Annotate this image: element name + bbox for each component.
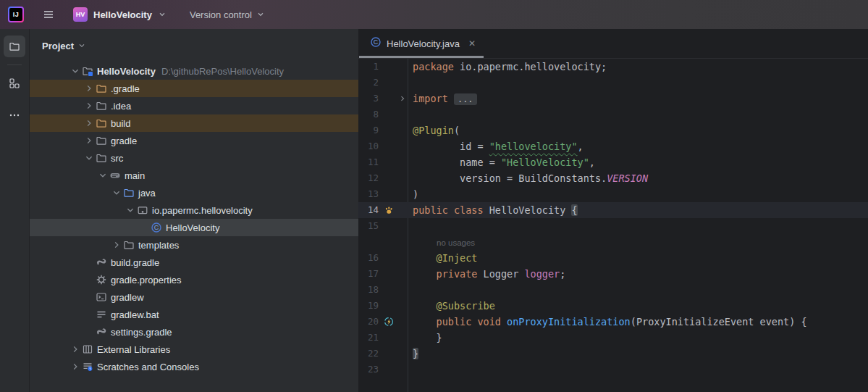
code-line-17[interactable]: 17 private Logger logger; bbox=[358, 266, 868, 282]
code-text[interactable]: name = "HelloVelocity", bbox=[408, 154, 595, 170]
tree-item-gradle[interactable]: .gradle bbox=[30, 80, 358, 97]
fold-chevron-icon[interactable] bbox=[397, 91, 408, 107]
tool-structure-button[interactable] bbox=[4, 72, 25, 94]
tree-item-label: gradle bbox=[111, 135, 137, 146]
fold-spacer bbox=[397, 218, 408, 234]
code-line-12[interactable]: 12 version = BuildConstants.VERSION bbox=[358, 170, 868, 186]
fold-spacer bbox=[397, 282, 408, 298]
tree-item-gradle[interactable]: gradle bbox=[30, 132, 358, 149]
code-line-18[interactable]: 18 bbox=[358, 282, 868, 298]
chevron-right-icon[interactable] bbox=[82, 83, 96, 94]
chevron-down-icon[interactable] bbox=[82, 152, 96, 164]
code-line-20[interactable]: 20 public void onProxyInitialization(Pro… bbox=[358, 314, 868, 330]
code-line-1[interactable]: 1package io.papermc.hellovelocity; bbox=[358, 59, 868, 75]
line-number: 2 bbox=[358, 75, 379, 91]
line-number: 3 bbox=[358, 91, 379, 107]
tree-item-label: gradlew.bat bbox=[111, 309, 159, 320]
code-text[interactable] bbox=[408, 107, 413, 122]
code-text[interactable]: public void onProxyInitialization(ProxyI… bbox=[408, 314, 807, 330]
line-number: 13 bbox=[358, 186, 379, 202]
code-text[interactable]: ) bbox=[408, 186, 418, 202]
vcs-label: Version control bbox=[190, 9, 252, 20]
code-text[interactable]: version = BuildConstants.VERSION bbox=[408, 170, 648, 186]
tree-item-gradle-properties[interactable]: gradle.properties bbox=[30, 271, 358, 288]
code-text[interactable]: private Logger logger; bbox=[408, 266, 565, 282]
code-line-9[interactable]: 9@Plugin( bbox=[358, 122, 868, 138]
tree-item-external-libraries[interactable]: External Libraries bbox=[30, 341, 358, 358]
tool-project-button[interactable] bbox=[4, 36, 25, 57]
tree-item-io-papermc-hellovelocity[interactable]: io.papermc.hellovelocity bbox=[30, 201, 358, 219]
code-text[interactable] bbox=[408, 75, 413, 91]
code-line-13[interactable]: 13) bbox=[358, 186, 868, 202]
chevron-right-icon[interactable] bbox=[68, 361, 82, 372]
tree-item-src[interactable]: src bbox=[30, 149, 358, 167]
code-text[interactable]: } bbox=[408, 346, 418, 362]
code-area[interactable]: 1package io.papermc.hellovelocity;23impo… bbox=[358, 59, 868, 392]
code-text[interactable]: @Inject bbox=[408, 250, 477, 266]
chevron-down-icon bbox=[256, 10, 265, 19]
hamburger-menu-button[interactable] bbox=[41, 7, 56, 22]
code-line-16[interactable]: 16 @Inject bbox=[358, 250, 868, 266]
tree-item-gradlew-bat[interactable]: gradlew.bat bbox=[30, 306, 358, 323]
code-line-14[interactable]: 14public class HelloVelocity { bbox=[358, 202, 868, 218]
project-switcher[interactable]: HV HelloVelocity bbox=[73, 7, 167, 22]
chevron-spacer bbox=[82, 326, 96, 338]
code-line-19[interactable]: 19 @Subscribe bbox=[358, 298, 868, 314]
tree-item-gradlew[interactable]: gradlew bbox=[30, 288, 358, 306]
plugin-gutter-icon[interactable] bbox=[380, 202, 397, 218]
gutter-spacer bbox=[380, 91, 397, 107]
code-line-11[interactable]: 11 name = "HelloVelocity", bbox=[358, 154, 868, 170]
tree-item-build[interactable]: build bbox=[30, 114, 358, 132]
code-line-21[interactable]: 21 } bbox=[358, 330, 868, 346]
tree-item-main[interactable]: main bbox=[30, 167, 358, 184]
code-line-3[interactable]: 3import ... bbox=[358, 91, 868, 107]
vcs-widget[interactable]: Version control bbox=[190, 9, 265, 20]
code-line-10[interactable]: 10 id = "hellovelocity", bbox=[358, 138, 868, 154]
chevron-down-icon[interactable] bbox=[109, 187, 123, 199]
gradle-icon bbox=[96, 257, 109, 268]
chevron-right-icon[interactable] bbox=[68, 343, 82, 355]
chevron-right-icon[interactable] bbox=[82, 100, 96, 112]
tree-item-scratches-and-consoles[interactable]: Scratches and Consoles bbox=[30, 358, 358, 375]
chevron-right-icon[interactable] bbox=[109, 239, 123, 251]
gutter-spacer bbox=[380, 330, 397, 346]
chevron-down-icon[interactable] bbox=[68, 65, 82, 77]
tab-close-icon[interactable]: ✕ bbox=[468, 38, 476, 49]
code-text[interactable]: public class HelloVelocity { bbox=[408, 202, 578, 218]
code-text[interactable]: import ... bbox=[408, 91, 477, 107]
code-text[interactable]: no usages bbox=[408, 234, 475, 250]
code-text[interactable]: package io.papermc.hellovelocity; bbox=[408, 59, 607, 75]
gradle-icon bbox=[96, 326, 109, 338]
tree-item-java[interactable]: java bbox=[30, 184, 358, 201]
code-line-22[interactable]: 22} bbox=[358, 346, 868, 362]
code-text[interactable] bbox=[408, 282, 413, 298]
tree-item-settings-gradle[interactable]: settings.gradle bbox=[30, 323, 358, 341]
tree-item-idea[interactable]: .idea bbox=[30, 97, 358, 114]
code-line-15[interactable]: 15 bbox=[358, 218, 868, 234]
project-panel-header[interactable]: Project bbox=[30, 29, 358, 62]
tree-item-hellovelocity[interactable]: HelloVelocityD:\githubRePos\HelloVelocit… bbox=[30, 62, 358, 80]
code-text[interactable]: @Plugin( bbox=[408, 122, 460, 138]
gutter-spacer bbox=[380, 266, 397, 282]
chevron-down-icon[interactable] bbox=[123, 204, 137, 216]
chevron-right-icon[interactable] bbox=[82, 135, 96, 146]
tree-item-templates[interactable]: templates bbox=[30, 236, 358, 254]
event-gutter-icon[interactable] bbox=[380, 314, 397, 330]
code-text[interactable]: @Subscribe bbox=[408, 298, 495, 314]
tool-more-button[interactable] bbox=[4, 104, 25, 126]
inlay-hint-row[interactable]: no usages bbox=[358, 234, 868, 250]
editor-tab[interactable]: C HelloVelocity.java ✕ bbox=[358, 29, 484, 58]
tree-item-build-gradle[interactable]: build.gradle bbox=[30, 254, 358, 271]
chevron-right-icon[interactable] bbox=[82, 117, 96, 129]
code-text[interactable]: } bbox=[408, 330, 442, 346]
code-text[interactable]: id = "hellovelocity", bbox=[408, 138, 583, 154]
code-line-23[interactable]: 23 bbox=[358, 362, 868, 378]
code-text[interactable] bbox=[408, 218, 413, 234]
structure-icon bbox=[9, 78, 20, 89]
chevron-down-icon[interactable] bbox=[96, 170, 109, 181]
tree-item-hellovelocity[interactable]: CHelloVelocity bbox=[30, 219, 358, 236]
code-text[interactable] bbox=[408, 362, 413, 378]
intellij-logo: IJ bbox=[8, 7, 24, 22]
code-line-8[interactable]: 8 bbox=[358, 107, 868, 122]
code-line-2[interactable]: 2 bbox=[358, 75, 868, 91]
